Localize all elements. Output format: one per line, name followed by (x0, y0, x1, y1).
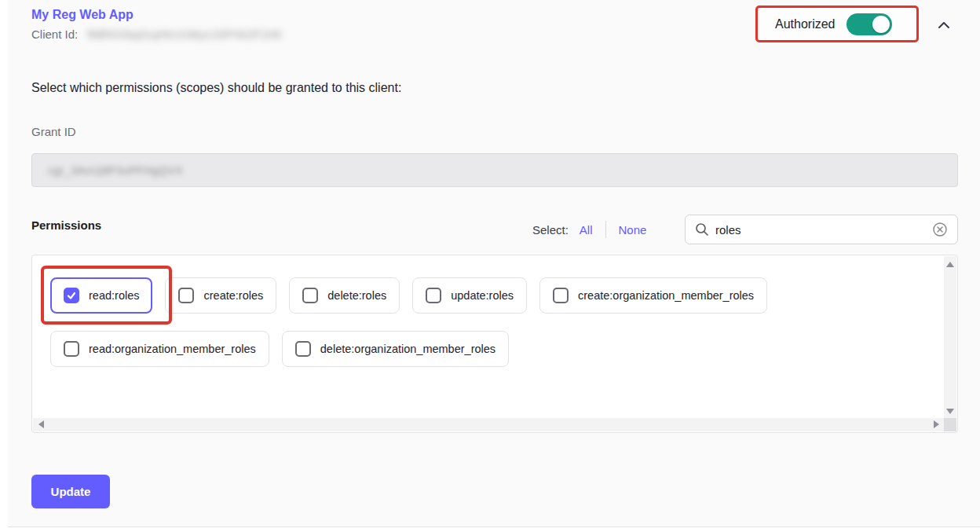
permission-card-update-roles[interactable]: update:roles (412, 277, 527, 314)
grant-id-value-redacted: cgr_3AvUj9P3uPFHgQVX (48, 164, 183, 177)
select-label: Select: (532, 223, 569, 237)
select-controls: Select: All None (532, 221, 646, 238)
permissions-list: read:roles create:roles delete:roles upd… (31, 255, 958, 433)
checkbox-unchecked[interactable] (426, 288, 441, 303)
scrollbar-corner (944, 418, 956, 431)
permissions-search[interactable] (685, 215, 958, 244)
client-id-row: Client Id: f6BhhXbq31qrfeUUMyz1OPXk2F1H0 (31, 28, 282, 41)
select-none-link[interactable]: None (619, 223, 647, 237)
chevron-up-icon[interactable] (933, 14, 955, 36)
scroll-down-arrow-icon[interactable] (946, 409, 954, 414)
search-icon (695, 222, 709, 237)
scopes-instruction: Select which permissions (scopes) should… (31, 81, 401, 95)
horizontal-scrollbar[interactable] (33, 418, 945, 431)
authorized-label: Authorized (775, 17, 836, 31)
permission-label: delete:roles (327, 289, 386, 302)
scroll-left-arrow-icon[interactable] (38, 420, 44, 428)
app-title-link[interactable]: My Reg Web App (31, 8, 133, 22)
permission-label: read:roles (89, 289, 139, 302)
grant-id-label: Grant ID (31, 125, 76, 138)
permissions-heading: Permissions (31, 218, 101, 232)
app-accordion-panel: My Reg Web App Client Id: f6BhhXbq31qrfe… (8, 0, 980, 527)
permission-card-read-org-member-roles[interactable]: read:organization_member_roles (50, 331, 269, 367)
checkbox-unchecked[interactable] (64, 341, 79, 357)
permission-card-delete-roles[interactable]: delete:roles (289, 277, 400, 314)
permission-card-read-roles[interactable]: read:roles (50, 277, 152, 314)
permission-card-create-roles[interactable]: create:roles (165, 277, 276, 314)
permissions-row-1: read:roles create:roles delete:roles upd… (50, 277, 767, 314)
checkmark-icon (66, 290, 77, 301)
client-id-value-redacted: f6BhhXbq31qrfeUUMyz1OPXk2F1H0 (87, 28, 282, 41)
permission-label: create:roles (203, 289, 263, 302)
authorized-annotation-box: Authorized (755, 6, 919, 42)
update-button[interactable]: Update (31, 475, 110, 508)
vertical-scrollbar[interactable] (944, 256, 956, 420)
grant-id-field: cgr_3AvUj9P3uPFHgQVX (31, 153, 958, 187)
permission-card-create-org-member-roles[interactable]: create:organization_member_roles (539, 277, 767, 314)
permission-label: create:organization_member_roles (578, 289, 754, 302)
permission-label: read:organization_member_roles (89, 343, 256, 355)
checkbox-unchecked[interactable] (178, 288, 194, 303)
checkbox-unchecked[interactable] (302, 288, 318, 303)
page: My Reg Web App Client Id: f6BhhXbq31qrfe… (0, 0, 980, 532)
permission-card-delete-org-member-roles[interactable]: delete:organization_member_roles (282, 331, 509, 367)
authorized-toggle[interactable] (847, 13, 892, 35)
scroll-up-arrow-icon[interactable] (946, 262, 954, 267)
checkbox-checked[interactable] (64, 288, 79, 303)
permission-label: delete:organization_member_roles (320, 343, 495, 355)
checkbox-unchecked[interactable] (295, 341, 311, 357)
circle-x-icon[interactable] (932, 222, 948, 237)
checkbox-unchecked[interactable] (553, 288, 569, 303)
select-divider (605, 221, 606, 238)
client-id-label: Client Id: (31, 28, 78, 41)
select-all-link[interactable]: All (580, 223, 593, 237)
scroll-right-arrow-icon[interactable] (934, 420, 939, 428)
permissions-row-2: read:organization_member_roles delete:or… (50, 331, 509, 367)
search-input[interactable] (715, 223, 932, 237)
toggle-knob (872, 16, 890, 33)
permission-label: update:roles (451, 289, 514, 302)
